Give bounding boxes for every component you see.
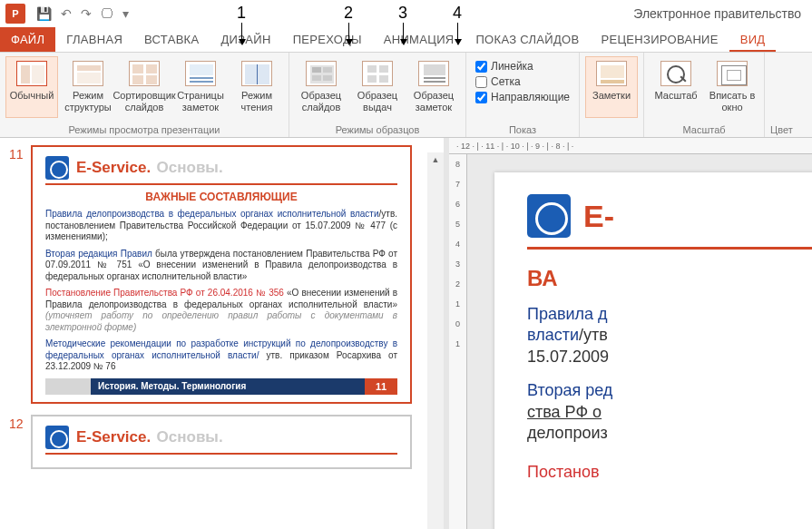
slide-number: 12 <box>5 415 31 431</box>
view-notes-page-button[interactable]: Страницы заметок <box>174 56 227 118</box>
handout-master-button[interactable]: Образец выдач <box>351 56 404 118</box>
group-label-color: Цвет <box>770 122 793 135</box>
qat-slideshow-icon[interactable]: 🖵 <box>101 6 113 21</box>
notes-page-icon <box>185 61 216 86</box>
brand-logo-icon <box>45 426 69 449</box>
group-show: Линейка Сетка Направляющие Показ <box>466 53 580 137</box>
scroll-up-icon[interactable]: ▲ <box>427 152 444 167</box>
view-sorter-button[interactable]: Сортировщик слайдов <box>118 56 171 118</box>
work-area: ▲ 11 E-Service Основы ВАЖНЫЕ СОСТАВЛЯЮЩИ… <box>0 138 812 529</box>
guides-checkbox[interactable]: Направляющие <box>475 91 570 103</box>
thumbnail-scrollbar[interactable]: ▲ <box>427 152 444 529</box>
thumbnail-slide-11[interactable]: 11 E-Service Основы ВАЖНЫЕ СОСТАВЛЯЮЩИЕ … <box>5 145 444 404</box>
slide-editor[interactable]: · 12 · | · 11 · | · 10 · | · 9 · | · 8 ·… <box>449 138 812 529</box>
quick-access-toolbar: 💾 ↶ ↷ 🖵 ▾ <box>31 6 129 21</box>
tab-review[interactable]: РЕЦЕНЗИРОВАНИЕ <box>590 27 729 52</box>
outline-view-icon <box>73 61 103 86</box>
group-label-notes-empty <box>585 122 638 135</box>
view-normal-button[interactable]: Обычный <box>5 56 58 118</box>
zoom-icon <box>660 61 691 86</box>
brand-logo-icon <box>45 156 69 180</box>
view-outline-button[interactable]: Режим структуры <box>62 56 114 118</box>
sorter-view-icon <box>129 61 160 86</box>
slide-title: E- <box>583 199 614 234</box>
qat-redo-icon[interactable]: ↷ <box>81 6 92 21</box>
tab-view[interactable]: ВИД <box>729 27 777 52</box>
slide-canvas[interactable]: E- ВА Правила д власти/утв 15.07.2009 Вт… <box>467 154 812 529</box>
qat-undo-icon[interactable]: ↶ <box>61 6 72 21</box>
group-label-show: Показ <box>472 122 573 135</box>
tab-slideshow[interactable]: ПОКАЗ СЛАЙДОВ <box>465 27 590 52</box>
footer-bar: История. Методы. Терминология <box>91 378 365 395</box>
document-title: Электронное правительство <box>633 6 812 21</box>
current-slide[interactable]: E- ВА Правила д власти/утв 15.07.2009 Вт… <box>494 172 812 529</box>
tab-transitions[interactable]: ПЕРЕХОДЫ <box>282 27 373 52</box>
ribbon-tabs: ФАЙЛ ГЛАВНАЯ ВСТАВКА ДИЗАЙН ПЕРЕХОДЫ АНИ… <box>0 27 812 53</box>
slide-subtitle: ВАЖНЫЕ СОСТАВЛЯЮЩИЕ <box>45 191 397 203</box>
slide-body-text: Правила д власти/утв 15.07.2009 Вторая р… <box>527 304 812 484</box>
app-icon: P <box>5 4 25 24</box>
slide-body: Правила делопроизводства в федеральных о… <box>45 209 397 373</box>
view-reading-button[interactable]: Режим чтения <box>230 56 283 118</box>
brand-title-2: Основы <box>157 428 223 446</box>
brand-logo-icon <box>527 194 571 238</box>
group-presentation-views: Обычный Режим структуры Сортировщик слай… <box>0 53 289 137</box>
slide-thumbnail-panel: ▲ 11 E-Service Основы ВАЖНЫЕ СОСТАВЛЯЮЩИ… <box>0 138 449 529</box>
group-label-views: Режимы просмотра презентации <box>5 122 283 135</box>
handout-master-icon <box>362 61 393 86</box>
group-master-views: Образец слайдов Образец выдач Образец за… <box>289 53 466 137</box>
tab-file[interactable]: ФАЙЛ <box>0 27 55 52</box>
footer-page-num: 11 <box>365 378 397 395</box>
notes-button[interactable]: Заметки <box>585 56 638 118</box>
tab-insert[interactable]: ВСТАВКА <box>133 27 210 52</box>
slide-footer: История. Методы. Терминология 11 <box>45 378 397 395</box>
notes-icon <box>596 61 627 86</box>
slide-number: 11 <box>5 145 31 162</box>
group-notes: Заметки <box>580 53 644 137</box>
group-color: Цвет <box>765 53 798 137</box>
fit-window-button[interactable]: Вписать в окно <box>706 56 758 118</box>
qat-more-icon[interactable]: ▾ <box>122 6 129 21</box>
tab-design[interactable]: ДИЗАЙН <box>210 27 281 52</box>
slide-subtitle: ВА <box>527 266 812 291</box>
reading-view-icon <box>241 61 272 86</box>
notes-master-button[interactable]: Образец заметок <box>407 56 460 118</box>
group-label-zoom: Масштаб <box>650 122 758 135</box>
group-label-masters: Режимы образцов <box>295 122 460 135</box>
notes-master-icon <box>418 61 449 86</box>
separator <box>45 183 397 185</box>
zoom-button[interactable]: Масштаб <box>650 56 702 118</box>
qat-save-icon[interactable]: 💾 <box>36 6 52 21</box>
vertical-ruler[interactable]: 8765432101 <box>449 154 467 529</box>
normal-view-icon <box>16 61 47 86</box>
thumbnail-slide-12[interactable]: 12 E-Service Основы <box>5 415 444 469</box>
group-zoom: Масштаб Вписать в окно Масштаб <box>644 53 765 137</box>
tab-home[interactable]: ГЛАВНАЯ <box>55 27 133 52</box>
tab-animations[interactable]: АНИМАЦИЯ <box>373 27 465 52</box>
brand-title-2: Основы <box>157 159 223 176</box>
ribbon: Обычный Режим структуры Сортировщик слай… <box>0 53 812 138</box>
slide-master-button[interactable]: Образец слайдов <box>295 56 347 118</box>
grid-checkbox[interactable]: Сетка <box>475 75 570 88</box>
fit-window-icon <box>717 61 748 86</box>
brand-title-1: E-Service <box>76 159 151 176</box>
slide-master-icon <box>306 61 337 86</box>
ruler-checkbox[interactable]: Линейка <box>475 60 570 73</box>
title-bar: P 💾 ↶ ↷ 🖵 ▾ Электронное правительство <box>0 0 812 27</box>
horizontal-ruler[interactable]: · 12 · | · 11 · | · 10 · | · 9 · | · 8 ·… <box>449 138 812 154</box>
brand-title-1: E-Service <box>76 428 151 446</box>
